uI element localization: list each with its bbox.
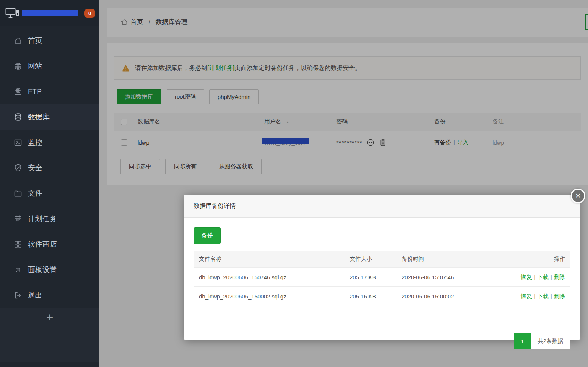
action-separator: | <box>534 274 535 280</box>
sidebar-item-home[interactable]: 首页 <box>0 28 99 53</box>
sidebar-item-logout[interactable]: 退出 <box>0 283 99 308</box>
sidebar-item-security[interactable]: 安全 <box>0 155 99 181</box>
calendar-icon <box>14 215 23 224</box>
col-header-actions: 操作 <box>514 256 570 263</box>
bt-panel-screen: 0 首页 网站 FTP <box>0 0 588 367</box>
server-ip-redaction <box>22 10 78 16</box>
backup-file-name: db_ldwp_20200606_150746.sql.gz <box>194 274 350 280</box>
sidebar-item-label: 面板设置 <box>28 265 57 275</box>
sidebar-item-monitor[interactable]: 监控 <box>0 130 99 155</box>
folder-icon <box>14 189 23 198</box>
backup-file-name: db_ldwp_20200606_150002.sql.gz <box>194 293 350 300</box>
backup-file-actions: 恢复|下载|删除 <box>514 293 570 300</box>
backup-now-button[interactable]: 备份 <box>194 227 221 244</box>
backup-file-size: 205.17 KB <box>350 274 402 280</box>
sidebar-item-label: 文件 <box>28 189 42 198</box>
backup-file-time: 2020-06-06 15:07:46 <box>402 274 514 280</box>
close-icon: ✕ <box>575 192 580 200</box>
download-link[interactable]: 下载 <box>537 293 549 299</box>
page-number-button[interactable]: 1 <box>514 333 531 349</box>
backup-detail-modal: ✕ 数据库备份详情 备份 文件名称 文件大小 备份时间 操作 db_ldwp_2… <box>184 195 580 340</box>
modal-close-button[interactable]: ✕ <box>571 189 585 203</box>
home-icon <box>14 36 23 45</box>
sidebar-menu: 首页 网站 FTP 数据库 <box>0 26 99 308</box>
modal-header: 数据库备份详情 <box>184 195 580 218</box>
sidebar-item-database[interactable]: 数据库 <box>0 104 99 130</box>
gear-icon <box>14 265 23 274</box>
sidebar-item-label: 监控 <box>28 138 42 148</box>
sidebar-item-label: 网站 <box>28 61 42 71</box>
modal-body: 备份 文件名称 文件大小 备份时间 操作 db_ldwp_20200606_15… <box>184 218 580 340</box>
restore-link[interactable]: 恢复 <box>521 274 532 280</box>
sidebar-item-ftp[interactable]: FTP <box>0 79 99 104</box>
sidebar-server-header[interactable]: 0 <box>0 0 99 26</box>
ftp-globe-icon <box>14 87 23 96</box>
delete-link[interactable]: 删除 <box>554 274 565 280</box>
backup-file-actions: 恢复|下载|删除 <box>514 274 570 281</box>
sidebar-item-appstore[interactable]: 软件商店 <box>0 232 99 257</box>
total-count-label: 共2条数据 <box>531 333 570 349</box>
backup-table-header: 文件名称 文件大小 备份时间 操作 <box>194 251 570 268</box>
globe-icon <box>14 62 23 71</box>
backup-file-row: db_ldwp_20200606_150002.sql.gz 205.16 KB… <box>194 287 570 306</box>
database-icon <box>14 113 23 122</box>
logout-icon <box>14 291 23 300</box>
sidebar-item-label: FTP <box>28 87 42 96</box>
action-separator: | <box>550 274 552 280</box>
backup-file-size: 205.16 KB <box>350 293 402 300</box>
col-header-filename: 文件名称 <box>194 256 350 263</box>
sidebar-item-label: 软件商店 <box>28 239 57 249</box>
action-separator: | <box>534 293 535 299</box>
monitor-chart-icon <box>14 138 23 147</box>
sidebar-item-settings[interactable]: 面板设置 <box>0 257 99 283</box>
message-count-badge[interactable]: 0 <box>84 9 95 18</box>
sidebar-item-cron[interactable]: 计划任务 <box>0 206 99 232</box>
backup-files-table: 文件名称 文件大小 备份时间 操作 db_ldwp_20200606_15074… <box>194 251 570 306</box>
sidebar-item-label: 计划任务 <box>28 214 57 224</box>
sidebar-add-shortcut-button[interactable]: + <box>0 308 99 362</box>
restore-link[interactable]: 恢复 <box>521 293 532 299</box>
delete-link[interactable]: 删除 <box>554 293 565 299</box>
sidebar-item-label: 退出 <box>28 291 42 300</box>
backup-file-time: 2020-06-06 15:00:02 <box>402 293 514 300</box>
sidebar-item-website[interactable]: 网站 <box>0 53 99 79</box>
sidebar-item-files[interactable]: 文件 <box>0 181 99 206</box>
action-separator: | <box>550 293 552 299</box>
sidebar-item-label: 数据库 <box>28 112 50 122</box>
server-monitor-icon <box>5 8 20 19</box>
backup-file-row: db_ldwp_20200606_150746.sql.gz 205.17 KB… <box>194 268 570 287</box>
download-link[interactable]: 下载 <box>537 274 549 280</box>
grid-icon <box>14 240 23 249</box>
sidebar-item-label: 首页 <box>28 36 42 46</box>
sidebar-item-label: 安全 <box>28 163 42 173</box>
modal-title: 数据库备份详情 <box>194 202 236 210</box>
col-header-filesize: 文件大小 <box>350 256 402 263</box>
shield-check-icon <box>14 163 23 172</box>
pagination: 1 共2条数据 <box>514 333 570 349</box>
col-header-backup-time: 备份时间 <box>402 256 514 263</box>
sidebar: 0 首页 网站 FTP <box>0 0 99 367</box>
